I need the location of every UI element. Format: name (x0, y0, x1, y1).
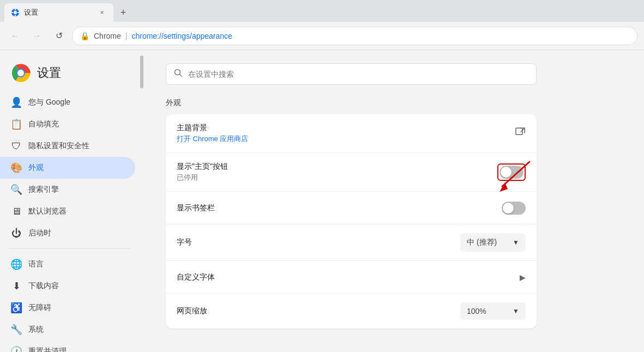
zoom-dropdown-value: 100% (467, 307, 486, 315)
tab-favicon (11, 8, 20, 17)
sidebar-scrollbar-thumb (140, 56, 143, 88)
sidebar-label-appearance: 外观 (28, 163, 44, 173)
accessibility-icon: ♿ (11, 302, 22, 313)
sidebar-item-google[interactable]: 👤 您与 Google (0, 92, 135, 113)
sidebar-item-downloads[interactable]: ⬇ 下载内容 (0, 275, 135, 297)
back-button[interactable]: ← (7, 27, 24, 45)
homepage-title: 显示"主页"按钮 (177, 162, 497, 172)
customfont-title: 自定义字体 (177, 272, 520, 282)
search-icon (174, 69, 183, 80)
palette-icon: 🎨 (11, 162, 22, 173)
sidebar-label-downloads: 下载内容 (28, 281, 59, 291)
svg-rect-4 (11, 12, 13, 13)
browser-titlebar: 设置 × + (0, 0, 644, 22)
sidebar-label-accessibility: 无障碍 (28, 303, 51, 313)
autofill-icon: 📋 (11, 119, 22, 130)
sidebar-item-startup[interactable]: ⏻ 启动时 (0, 222, 135, 244)
svg-rect-5 (17, 12, 19, 13)
fontsize-dropdown-value: 中 (推荐) (467, 238, 497, 247)
sidebar-item-language[interactable]: 🌐 语言 (0, 253, 135, 275)
svg-line-10 (180, 75, 182, 77)
theme-title: 主题背景 (177, 123, 515, 133)
theme-subtitle[interactable]: 打开 Chrome 应用商店 (177, 134, 515, 144)
sidebar-item-system[interactable]: 🔧 系统 (0, 319, 135, 341)
sidebar-label-system: 系统 (28, 325, 44, 335)
address-label: Chrome (94, 32, 121, 40)
bookmarks-toggle[interactable] (502, 202, 526, 215)
fontsize-dropdown[interactable]: 中 (推荐) ▼ (460, 233, 526, 252)
sidebar-item-accessibility[interactable]: ♿ 无障碍 (0, 297, 135, 319)
customfont-info: 自定义字体 (177, 272, 520, 282)
globe-icon: 🌐 (11, 259, 22, 270)
theme-row: 主题背景 打开 Chrome 应用商店 (166, 114, 537, 153)
settings-content: 外观 主题背景 打开 Chrome 应用商店 (144, 50, 644, 352)
svg-point-1 (14, 11, 17, 14)
section-title: 外观 (166, 98, 622, 108)
address-url: chrome://settings/appearance (131, 32, 232, 40)
sidebar-item-browser[interactable]: 🖥 默认浏览器 (0, 201, 135, 222)
sidebar: 设置 👤 您与 Google 📋 自动填充 🛡 隐私设置和安全性 🎨 外观 🔍 … (0, 50, 140, 352)
sidebar-header: 设置 (0, 59, 140, 92)
wrench-icon: 🔧 (11, 324, 22, 335)
chevron-right-icon: ▶ (520, 273, 526, 282)
fontsize-title: 字号 (177, 238, 460, 247)
sidebar-label-privacy: 隐私设置和安全性 (28, 141, 89, 151)
customfont-row[interactable]: 自定义字体 ▶ (166, 261, 537, 294)
tab-close-button[interactable]: × (97, 8, 107, 17)
sidebar-divider (9, 248, 131, 249)
address-bar[interactable]: 🔒 Chrome | chrome://settings/appearance (72, 27, 637, 45)
homepage-toggle-wrap (497, 163, 526, 181)
chevron-down-icon-zoom: ▼ (513, 307, 519, 315)
settings-card: 主题背景 打开 Chrome 应用商店 显示"主页"按钮 已停用 (166, 114, 537, 329)
reset-icon: 🕐 (11, 346, 22, 352)
browser-toolbar: ← → ↺ 🔒 Chrome | chrome://settings/appea… (0, 22, 644, 50)
forward-button[interactable]: → (28, 27, 46, 45)
sidebar-scrollbar-track[interactable] (140, 50, 144, 352)
search-input[interactable] (188, 70, 528, 78)
active-tab[interactable]: 设置 × (4, 3, 113, 22)
external-link-icon[interactable] (515, 127, 526, 141)
sidebar-label-autofill: 自动填充 (28, 119, 59, 129)
svg-rect-3 (15, 15, 16, 16)
power-icon: ⏻ (11, 228, 22, 239)
sidebar-label-reset: 重置并清理 (28, 347, 67, 352)
sidebar-item-reset[interactable]: 🕐 重置并清理 (0, 341, 135, 352)
chrome-logo (11, 63, 31, 83)
sidebar-label-startup: 启动时 (28, 228, 51, 238)
bookmarks-info: 显示书签栏 (177, 203, 502, 213)
site-security-icon: 🔒 (80, 32, 89, 40)
homepage-subtitle: 已停用 (177, 173, 497, 183)
theme-info: 主题背景 打开 Chrome 应用商店 (177, 123, 515, 144)
address-separator: | (125, 32, 128, 40)
chevron-down-icon: ▼ (513, 239, 519, 246)
person-icon: 👤 (11, 97, 22, 108)
browser-icon: 🖥 (11, 206, 22, 217)
homepage-toggle-highlight (497, 163, 526, 181)
main-layout: 设置 👤 您与 Google 📋 自动填充 🛡 隐私设置和安全性 🎨 外观 🔍 … (0, 50, 644, 352)
reload-button[interactable]: ↺ (50, 27, 68, 45)
bookmarks-title: 显示书签栏 (177, 203, 502, 213)
sidebar-label-google: 您与 Google (28, 98, 70, 107)
homepage-row: 显示"主页"按钮 已停用 (166, 153, 537, 192)
search-icon: 🔍 (11, 184, 22, 195)
zoom-info: 网页缩放 (177, 306, 460, 316)
homepage-toggle[interactable] (499, 166, 523, 179)
sidebar-item-appearance[interactable]: 🎨 外观 (0, 157, 135, 179)
sidebar-item-search[interactable]: 🔍 搜索引擎 (0, 179, 135, 201)
sidebar-app-title: 设置 (37, 65, 61, 81)
tab-title: 设置 (24, 8, 38, 17)
shield-icon: 🛡 (11, 141, 22, 151)
settings-search-bar[interactable] (166, 63, 537, 85)
bookmarks-row: 显示书签栏 (166, 192, 537, 224)
homepage-info: 显示"主页"按钮 已停用 (177, 162, 497, 183)
download-icon: ⬇ (11, 281, 22, 292)
new-tab-button[interactable]: + (116, 5, 131, 20)
fontsize-info: 字号 (177, 238, 460, 247)
fontsize-row: 字号 中 (推荐) ▼ (166, 224, 537, 261)
svg-rect-2 (15, 9, 16, 10)
sidebar-item-autofill[interactable]: 📋 自动填充 (0, 113, 135, 135)
zoom-dropdown[interactable]: 100% ▼ (460, 302, 526, 320)
sidebar-label-search: 搜索引擎 (28, 185, 59, 195)
sidebar-item-privacy[interactable]: 🛡 隐私设置和安全性 (0, 135, 135, 157)
zoom-row: 网页缩放 100% ▼ (166, 294, 537, 329)
